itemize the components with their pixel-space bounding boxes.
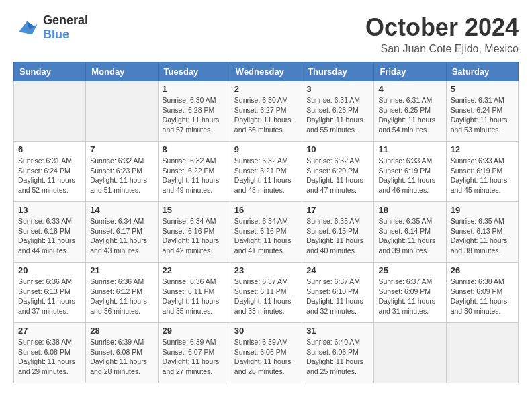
day-info: Sunrise: 6:32 AMSunset: 6:23 PMDaylight:… [90,156,153,195]
day-number: 8 [163,144,226,154]
day-info: Sunrise: 6:33 AMSunset: 6:19 PMDaylight:… [451,156,514,195]
day-info: Sunrise: 6:38 AMSunset: 6:09 PMDaylight:… [451,277,514,316]
day-cell: 20Sunrise: 6:36 AMSunset: 6:13 PMDayligh… [14,263,86,323]
week-row-4: 20Sunrise: 6:36 AMSunset: 6:13 PMDayligh… [14,263,519,323]
header-cell-wednesday: Wednesday [230,62,302,81]
day-info: Sunrise: 6:31 AMSunset: 6:26 PMDaylight:… [306,95,369,135]
week-row-2: 6Sunrise: 6:31 AMSunset: 6:24 PMDaylight… [14,142,519,202]
day-cell: 3Sunrise: 6:31 AMSunset: 6:26 PMDaylight… [302,81,374,142]
day-number: 16 [234,205,298,215]
day-cell [14,81,86,142]
day-cell: 10Sunrise: 6:32 AMSunset: 6:20 PMDayligh… [302,142,374,202]
day-cell: 30Sunrise: 6:39 AMSunset: 6:06 PMDayligh… [230,323,302,383]
day-info: Sunrise: 6:32 AMSunset: 6:21 PMDaylight:… [234,156,298,195]
day-number: 14 [90,205,153,215]
day-cell [446,323,518,383]
day-number: 20 [18,265,81,275]
day-info: Sunrise: 6:31 AMSunset: 6:24 PMDaylight:… [451,95,514,135]
header-cell-thursday: Thursday [302,62,374,81]
day-info: Sunrise: 6:32 AMSunset: 6:20 PMDaylight:… [306,156,369,195]
day-number: 18 [378,205,441,215]
day-number: 4 [378,84,441,94]
day-cell: 21Sunrise: 6:36 AMSunset: 6:12 PMDayligh… [86,263,158,323]
month-title: October 2024 [365,13,519,42]
header-cell-tuesday: Tuesday [158,62,230,81]
day-info: Sunrise: 6:33 AMSunset: 6:18 PMDaylight:… [18,216,81,256]
header-cell-friday: Friday [374,62,446,81]
page-header: General Blue October 2024 San Juan Cote … [13,13,519,55]
day-info: Sunrise: 6:35 AMSunset: 6:15 PMDaylight:… [306,216,369,256]
day-number: 23 [234,265,298,275]
logo-icon [13,16,40,40]
day-info: Sunrise: 6:39 AMSunset: 6:08 PMDaylight:… [90,337,153,377]
calendar-body: 1Sunrise: 6:30 AMSunset: 6:28 PMDaylight… [14,81,519,383]
day-info: Sunrise: 6:30 AMSunset: 6:28 PMDaylight:… [163,95,226,135]
header-cell-saturday: Saturday [446,62,518,81]
day-info: Sunrise: 6:40 AMSunset: 6:06 PMDaylight:… [306,337,369,377]
day-number: 12 [451,144,514,154]
day-info: Sunrise: 6:37 AMSunset: 6:11 PMDaylight:… [234,277,298,316]
day-info: Sunrise: 6:36 AMSunset: 6:11 PMDaylight:… [163,277,226,316]
day-info: Sunrise: 6:34 AMSunset: 6:16 PMDaylight:… [234,216,298,256]
day-info: Sunrise: 6:36 AMSunset: 6:13 PMDaylight:… [18,277,81,316]
day-number: 21 [90,265,153,275]
day-number: 17 [306,205,369,215]
day-number: 22 [163,265,226,275]
day-info: Sunrise: 6:31 AMSunset: 6:25 PMDaylight:… [378,95,441,135]
week-row-3: 13Sunrise: 6:33 AMSunset: 6:18 PMDayligh… [14,202,519,263]
day-cell: 6Sunrise: 6:31 AMSunset: 6:24 PMDaylight… [14,142,86,202]
day-cell: 7Sunrise: 6:32 AMSunset: 6:23 PMDaylight… [86,142,158,202]
day-number: 29 [163,326,226,336]
day-cell: 29Sunrise: 6:39 AMSunset: 6:07 PMDayligh… [158,323,230,383]
day-cell: 8Sunrise: 6:32 AMSunset: 6:22 PMDaylight… [158,142,230,202]
logo-text: General Blue [43,13,88,42]
day-info: Sunrise: 6:39 AMSunset: 6:06 PMDaylight:… [234,337,298,377]
day-cell: 14Sunrise: 6:34 AMSunset: 6:17 PMDayligh… [86,202,158,263]
day-info: Sunrise: 6:33 AMSunset: 6:19 PMDaylight:… [378,156,441,195]
day-cell: 25Sunrise: 6:37 AMSunset: 6:09 PMDayligh… [374,263,446,323]
day-number: 15 [163,205,226,215]
day-info: Sunrise: 6:39 AMSunset: 6:07 PMDaylight:… [163,337,226,377]
day-cell: 11Sunrise: 6:33 AMSunset: 6:19 PMDayligh… [374,142,446,202]
day-number: 10 [306,144,369,154]
day-number: 2 [234,84,298,94]
day-cell: 27Sunrise: 6:38 AMSunset: 6:08 PMDayligh… [14,323,86,383]
day-cell: 16Sunrise: 6:34 AMSunset: 6:16 PMDayligh… [230,202,302,263]
day-number: 26 [451,265,514,275]
day-number: 25 [378,265,441,275]
logo: General Blue [13,13,88,42]
day-number: 30 [234,326,298,336]
day-info: Sunrise: 6:34 AMSunset: 6:17 PMDaylight:… [90,216,153,256]
day-cell: 5Sunrise: 6:31 AMSunset: 6:24 PMDaylight… [446,81,518,142]
day-number: 9 [234,144,298,154]
day-info: Sunrise: 6:38 AMSunset: 6:08 PMDaylight:… [18,337,81,377]
day-cell: 15Sunrise: 6:34 AMSunset: 6:16 PMDayligh… [158,202,230,263]
day-cell: 18Sunrise: 6:35 AMSunset: 6:14 PMDayligh… [374,202,446,263]
day-info: Sunrise: 6:37 AMSunset: 6:09 PMDaylight:… [378,277,441,316]
day-info: Sunrise: 6:35 AMSunset: 6:14 PMDaylight:… [378,216,441,256]
day-cell: 17Sunrise: 6:35 AMSunset: 6:15 PMDayligh… [302,202,374,263]
calendar-table: SundayMondayTuesdayWednesdayThursdayFrid… [13,62,519,383]
day-cell: 24Sunrise: 6:37 AMSunset: 6:10 PMDayligh… [302,263,374,323]
day-cell: 12Sunrise: 6:33 AMSunset: 6:19 PMDayligh… [446,142,518,202]
day-number: 13 [18,205,81,215]
day-cell: 2Sunrise: 6:30 AMSunset: 6:27 PMDaylight… [230,81,302,142]
day-number: 19 [451,205,514,215]
day-number: 28 [90,326,153,336]
day-info: Sunrise: 6:31 AMSunset: 6:24 PMDaylight:… [18,156,81,195]
day-info: Sunrise: 6:35 AMSunset: 6:13 PMDaylight:… [451,216,514,256]
day-cell [374,323,446,383]
day-info: Sunrise: 6:32 AMSunset: 6:22 PMDaylight:… [163,156,226,195]
day-info: Sunrise: 6:36 AMSunset: 6:12 PMDaylight:… [90,277,153,316]
day-number: 31 [306,326,369,336]
day-cell: 28Sunrise: 6:39 AMSunset: 6:08 PMDayligh… [86,323,158,383]
day-cell: 23Sunrise: 6:37 AMSunset: 6:11 PMDayligh… [230,263,302,323]
week-row-5: 27Sunrise: 6:38 AMSunset: 6:08 PMDayligh… [14,323,519,383]
day-info: Sunrise: 6:34 AMSunset: 6:16 PMDaylight:… [163,216,226,256]
day-cell: 22Sunrise: 6:36 AMSunset: 6:11 PMDayligh… [158,263,230,323]
day-cell: 9Sunrise: 6:32 AMSunset: 6:21 PMDaylight… [230,142,302,202]
week-row-1: 1Sunrise: 6:30 AMSunset: 6:28 PMDaylight… [14,81,519,142]
header-row: SundayMondayTuesdayWednesdayThursdayFrid… [14,62,519,81]
day-cell: 1Sunrise: 6:30 AMSunset: 6:28 PMDaylight… [158,81,230,142]
title-area: October 2024 San Juan Cote Ejido, Mexico [365,13,519,55]
